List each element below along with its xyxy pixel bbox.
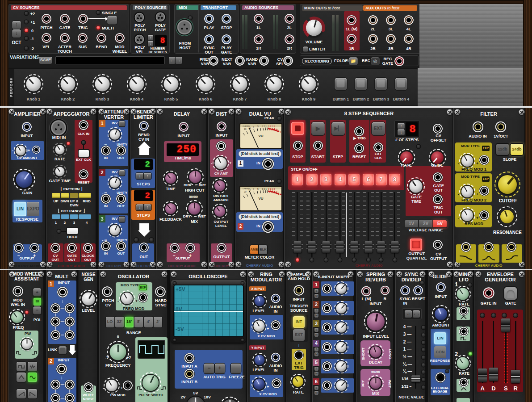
svg-text:5: 5	[257, 188, 259, 190]
svg-text:+: +	[280, 130, 281, 134]
svg-text:0 1 2 3: 0 1 2 3	[268, 188, 275, 190]
svg-text:7: 7	[253, 188, 254, 191]
svg-text:VU: VU	[258, 197, 263, 201]
svg-text:VU: VU	[258, 134, 263, 138]
svg-text:0 1 2 3: 0 1 2 3	[268, 125, 275, 128]
svg-text:7: 7	[253, 126, 254, 128]
svg-text:3 2 1: 3 2 1	[262, 125, 267, 128]
svg-text:3 2 1: 3 2 1	[262, 188, 267, 190]
svg-text:+: +	[280, 193, 281, 196]
svg-text:5: 5	[257, 125, 259, 128]
svg-text:20: 20	[244, 190, 247, 193]
svg-text:20: 20	[244, 128, 247, 130]
